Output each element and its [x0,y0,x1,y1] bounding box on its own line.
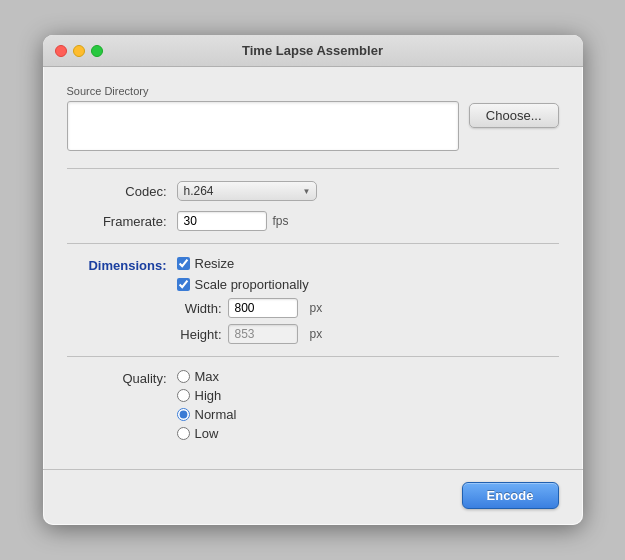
width-label: Width: [177,301,222,316]
quality-label: Quality: [67,369,177,386]
source-directory-wrapper: Source Directory [67,85,459,154]
traffic-lights [55,45,103,57]
source-directory-row: Source Directory Choose... [67,85,559,154]
quality-max-row: Max [177,369,237,384]
close-button[interactable] [55,45,67,57]
minimize-button[interactable] [73,45,85,57]
quality-normal-radio[interactable] [177,408,190,421]
source-directory-label: Source Directory [67,85,459,97]
width-row: Width: px [177,298,323,318]
width-input[interactable] [228,298,298,318]
dimensions-block: Dimensions: Resize Scale proportionally … [67,256,559,344]
main-window: Time Lapse Assembler Source Directory Ch… [43,35,583,525]
resize-row: Resize [177,256,323,271]
quality-low-row: Low [177,426,237,441]
scale-row: Scale proportionally [177,277,323,292]
content-area: Source Directory Choose... Codec: h.264 … [43,67,583,461]
divider-1 [67,168,559,169]
choose-button[interactable]: Choose... [469,103,559,128]
divider-2 [67,243,559,244]
quality-high-label: High [195,388,222,403]
resize-label: Resize [195,256,235,271]
divider-3 [67,356,559,357]
encode-button[interactable]: Encode [462,482,559,509]
source-directory-input[interactable] [67,101,459,151]
resize-checkbox[interactable] [177,257,190,270]
title-bar: Time Lapse Assembler [43,35,583,67]
framerate-input[interactable] [177,211,267,231]
height-input[interactable] [228,324,298,344]
framerate-label: Framerate: [67,214,177,229]
quality-normal-row: Normal [177,407,237,422]
quality-block: Quality: Max High Normal Low [67,369,559,441]
height-row: Height: px [177,324,323,344]
height-unit: px [310,327,323,341]
quality-high-row: High [177,388,237,403]
maximize-button[interactable] [91,45,103,57]
window-title: Time Lapse Assembler [242,43,383,58]
codec-label: Codec: [67,184,177,199]
bottom-section: Encode [43,469,583,525]
framerate-row: Framerate: fps [67,211,559,231]
quality-low-label: Low [195,426,219,441]
quality-options: Max High Normal Low [177,369,237,441]
scale-checkbox[interactable] [177,278,190,291]
quality-high-radio[interactable] [177,389,190,402]
codec-select-wrapper: h.264 MPEG-4 ProRes [177,181,317,201]
dimensions-controls: Resize Scale proportionally Width: px He… [177,256,323,344]
codec-row: Codec: h.264 MPEG-4 ProRes [67,181,559,201]
codec-select[interactable]: h.264 MPEG-4 ProRes [177,181,317,201]
quality-normal-label: Normal [195,407,237,422]
framerate-unit: fps [273,214,289,228]
quality-max-label: Max [195,369,220,384]
dimensions-label: Dimensions: [67,256,177,273]
quality-max-radio[interactable] [177,370,190,383]
height-label: Height: [177,327,222,342]
quality-low-radio[interactable] [177,427,190,440]
width-unit: px [310,301,323,315]
scale-label: Scale proportionally [195,277,309,292]
